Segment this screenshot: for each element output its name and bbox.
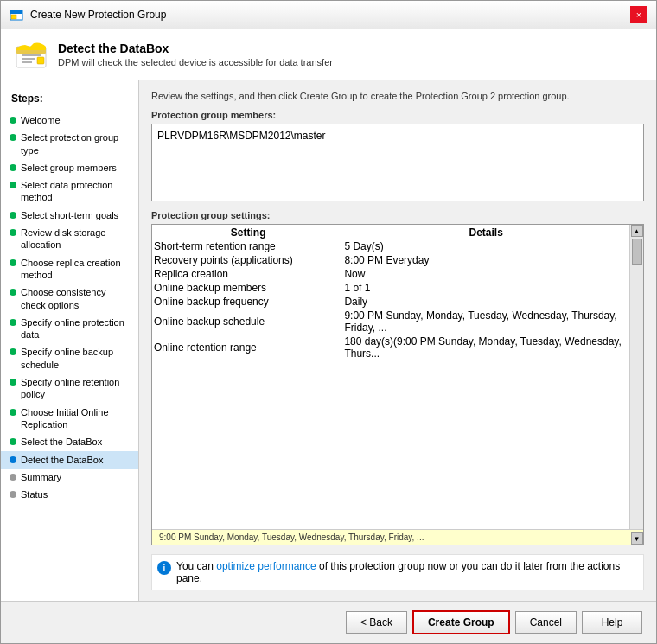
setting-name-6: Online retention range <box>154 335 342 360</box>
svg-rect-2 <box>11 15 16 19</box>
settings-table: Setting Details Short-term retention ran… <box>152 225 629 361</box>
optimize-performance-link[interactable]: optimize performance <box>216 560 316 572</box>
sidebar-dot-select-short-term-goals <box>10 212 16 219</box>
content-area: Steps: WelcomeSelect protection group ty… <box>1 80 656 601</box>
sidebar-dot-review-disk-storage-allocation <box>10 229 16 236</box>
sidebar-dot-welcome <box>10 117 16 124</box>
footer: < Back Create Group Cancel Help <box>1 601 656 643</box>
sidebar-label-specify-online-backup-schedule: Specify online backup schedule <box>21 346 131 371</box>
sidebar-item-review-disk-storage-allocation[interactable]: Review disk storage allocation <box>1 224 138 254</box>
sidebar-title: Steps: <box>1 89 138 112</box>
members-label: Protection group members: <box>151 110 644 120</box>
info-row: i You can optimize performance of this p… <box>151 554 644 590</box>
sidebar-dot-select-group-members <box>10 164 16 171</box>
settings-row-2: Replica creationNow <box>154 268 628 280</box>
sidebar-item-specify-online-backup-schedule[interactable]: Specify online backup schedule <box>1 343 138 373</box>
sidebar-label-choose-initial-online-replication: Choose Initial Online Replication <box>21 406 131 431</box>
main-content: Review the settings, and then click Crea… <box>139 80 656 601</box>
dialog-icon <box>10 8 23 22</box>
info-text: You can optimize performance of this pro… <box>176 560 638 584</box>
setting-name-3: Online backup members <box>154 282 342 294</box>
members-box: PLRVDPM16R\MSDPM2012\master <box>151 124 644 201</box>
sidebar-label-select-the-databox: Select the DataBox <box>21 436 102 448</box>
sidebar-label-status: Status <box>21 488 48 501</box>
svg-rect-5 <box>37 57 44 64</box>
setting-details-4: Daily <box>344 296 628 308</box>
sidebar-dot-choose-replica-creation-method <box>10 259 16 266</box>
sidebar-dot-specify-online-protection-data <box>10 319 16 326</box>
sidebar-item-specify-online-retention-policy[interactable]: Specify online retention policy <box>1 373 138 404</box>
sidebar-dot-specify-online-retention-policy <box>10 379 16 386</box>
sidebar-label-select-protection-group-type: Select protection group type <box>21 131 131 156</box>
settings-label: Protection group settings: <box>151 210 644 220</box>
sidebar-label-review-disk-storage-allocation: Review disk storage allocation <box>21 226 131 252</box>
setting-name-1: Recovery points (applications) <box>154 254 342 266</box>
sidebar-label-select-data-protection-method: Select data protection method <box>21 179 131 204</box>
create-group-button[interactable]: Create Group <box>412 610 510 634</box>
help-button[interactable]: Help <box>582 611 642 634</box>
sidebar: Steps: WelcomeSelect protection group ty… <box>1 80 139 601</box>
scroll-up-arrow[interactable]: ▲ <box>631 225 643 237</box>
header-text: Detect the DataBox DPM will check the se… <box>58 41 333 67</box>
setting-name-4: Online backup frequency <box>154 296 342 308</box>
info-text-before: You can <box>176 560 216 572</box>
settings-outer: Setting Details Short-term retention ran… <box>151 224 644 545</box>
sidebar-label-specify-online-protection-data: Specify online protection data <box>21 316 131 341</box>
sidebar-item-welcome[interactable]: Welcome <box>1 112 138 129</box>
intro-text: Review the settings, and then click Crea… <box>151 91 644 101</box>
sidebar-item-select-data-protection-method[interactable]: Select data protection method <box>1 176 138 207</box>
sidebar-item-select-group-members[interactable]: Select group members <box>1 159 138 176</box>
sidebar-item-select-protection-group-type[interactable]: Select protection group type <box>1 129 138 159</box>
setting-name-0: Short-term retention range <box>154 240 342 252</box>
settings-row-0: Short-term retention range5 Day(s) <box>154 240 628 252</box>
sidebar-label-detect-the-databox: Detect the DataBox <box>21 454 103 466</box>
sidebar-item-choose-replica-creation-method[interactable]: Choose replica creation method <box>1 254 138 284</box>
sidebar-dot-detect-the-databox <box>10 456 16 463</box>
sidebar-dot-select-protection-group-type <box>10 134 16 141</box>
scroll-thumb[interactable] <box>632 239 642 265</box>
sidebar-dot-summary <box>10 474 16 481</box>
sidebar-dot-specify-online-backup-schedule <box>10 348 16 355</box>
settings-row-3: Online backup members1 of 1 <box>154 282 628 294</box>
col-details: Details <box>344 226 628 239</box>
settings-row-1: Recovery points (applications)8:00 PM Ev… <box>154 254 628 266</box>
sidebar-label-select-short-term-goals: Select short-term goals <box>21 209 118 221</box>
sidebar-item-choose-initial-online-replication[interactable]: Choose Initial Online Replication <box>1 404 138 434</box>
vertical-scrollbar[interactable]: ▲ ▼ <box>629 225 643 529</box>
setting-details-3: 1 of 1 <box>344 282 628 294</box>
setting-details-6: 180 day(s)(9:00 PM Sunday, Monday, Tuesd… <box>344 335 628 360</box>
sidebar-dot-select-data-protection-method <box>10 182 16 188</box>
sidebar-dot-choose-initial-online-replication <box>10 409 16 416</box>
sidebar-item-status[interactable]: Status <box>1 486 138 503</box>
sidebar-label-welcome: Welcome <box>21 114 61 126</box>
cancel-button[interactable]: Cancel <box>515 611 577 634</box>
sidebar-item-select-short-term-goals[interactable]: Select short-term goals <box>1 207 138 224</box>
tooltip-row: 9:00 PM Sunday, Monday, Tuesday, Wednesd… <box>152 529 643 545</box>
dialog-title: Create New Protection Group <box>30 9 623 21</box>
close-button[interactable]: × <box>630 6 647 23</box>
setting-details-0: 5 Day(s) <box>344 240 628 252</box>
sidebar-item-detect-the-databox[interactable]: Detect the DataBox <box>1 451 138 469</box>
setting-name-5: Online backup schedule <box>154 309 342 334</box>
sidebar-label-choose-replica-creation-method: Choose replica creation method <box>21 257 131 282</box>
header-title: Detect the DataBox <box>58 41 333 55</box>
title-bar: Create New Protection Group × <box>1 1 656 29</box>
svg-rect-1 <box>10 10 22 14</box>
settings-table-wrapper[interactable]: Setting Details Short-term retention ran… <box>152 225 629 415</box>
sidebar-item-choose-consistency-check-options[interactable]: Choose consistency check options <box>1 284 138 314</box>
info-icon: i <box>157 561 171 575</box>
header-subtitle: DPM will check the selected device is ac… <box>58 57 333 67</box>
settings-row-6: Online retention range180 day(s)(9:00 PM… <box>154 335 628 360</box>
setting-name-2: Replica creation <box>154 268 342 280</box>
sidebar-item-select-the-databox[interactable]: Select the DataBox <box>1 433 138 450</box>
sidebar-label-summary: Summary <box>21 471 61 483</box>
sidebar-dot-select-the-databox <box>10 438 16 445</box>
back-button[interactable]: < Back <box>346 611 407 634</box>
sidebar-item-specify-online-protection-data[interactable]: Specify online protection data <box>1 314 138 344</box>
sidebar-label-select-group-members: Select group members <box>21 162 117 174</box>
members-section: Protection group members: PLRVDPM16R\MSD… <box>151 110 644 201</box>
setting-details-2: Now <box>344 268 628 280</box>
create-protection-group-dialog: Create New Protection Group × Detect the… <box>0 0 657 644</box>
col-setting: Setting <box>154 226 342 239</box>
sidebar-item-summary[interactable]: Summary <box>1 469 138 486</box>
